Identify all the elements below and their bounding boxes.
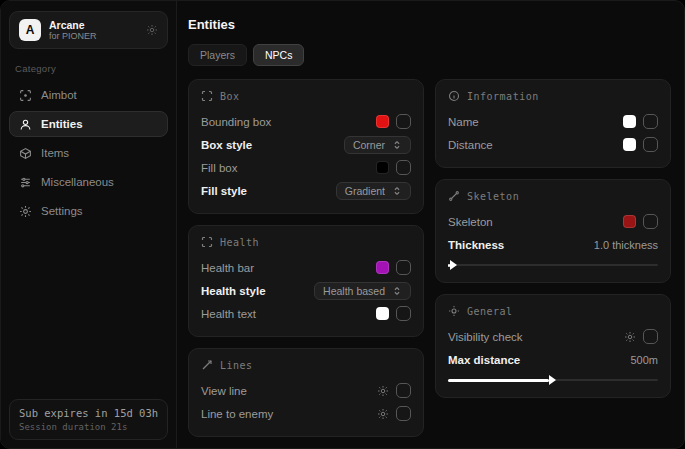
color-swatch[interactable] (623, 215, 636, 228)
setting-row: Bounding box (201, 111, 411, 132)
checkbox[interactable] (396, 406, 411, 421)
sidebar: A Arcane for PIONER Category Aimbot (1, 1, 177, 448)
setting-row: Fill style Gradient (201, 180, 411, 201)
setting-row: Health bar (201, 257, 411, 278)
box-style-dropdown[interactable]: Corner (344, 136, 411, 154)
setting-label: Distance (448, 139, 493, 151)
checkbox[interactable] (396, 160, 411, 175)
scan-brackets-icon (201, 90, 213, 102)
setting-row: Health style Health based (201, 280, 411, 301)
unfold-icon (392, 286, 402, 296)
health-style-dropdown[interactable]: Health based (314, 282, 411, 300)
setting-label: Box style (201, 139, 252, 151)
gear-icon (18, 204, 32, 218)
setting-row: Line to enemy (201, 403, 411, 424)
card-title: Information (467, 91, 539, 102)
slider-thumb[interactable] (450, 260, 457, 270)
max-distance-slider[interactable] (448, 375, 658, 385)
app-window: A Arcane for PIONER Category Aimbot (0, 0, 685, 449)
slider-value: 1.0 thickness (594, 239, 658, 251)
checkbox[interactable] (643, 137, 658, 152)
checkbox[interactable] (396, 260, 411, 275)
bone-icon (448, 190, 460, 202)
slider-value: 500m (630, 354, 658, 366)
tab-npcs[interactable]: NPCs (253, 44, 304, 66)
setting-label: Fill style (201, 185, 247, 197)
card-box: Box Bounding box Box style Corner (188, 79, 424, 214)
setting-row: Box style Corner (201, 134, 411, 155)
gear-icon[interactable] (377, 408, 389, 420)
sidebar-item-label: Aimbot (41, 89, 77, 101)
card-lines: Lines View line Line to enemy (188, 348, 424, 437)
fill-style-dropdown[interactable]: Gradient (336, 182, 411, 200)
app-title: Arcane (49, 19, 138, 31)
setting-label: Thickness (448, 239, 504, 251)
thickness-slider[interactable] (448, 260, 658, 270)
card-health: Health Health bar Health style Health ba… (188, 225, 424, 337)
sidebar-item-label: Miscellaneous (41, 176, 114, 188)
setting-row: Fill box (201, 157, 411, 178)
sidebar-item-settings[interactable]: Settings (9, 198, 168, 224)
color-swatch[interactable] (376, 261, 389, 274)
color-swatch[interactable] (376, 115, 389, 128)
unfold-icon (392, 186, 402, 196)
gear-icon[interactable] (146, 24, 158, 36)
card-skeleton: Skeleton Skeleton Thickness 1.0 thicknes… (435, 179, 671, 283)
checkbox[interactable] (396, 306, 411, 321)
sliders-icon (18, 175, 32, 189)
setting-row: Distance (448, 134, 658, 155)
setting-row: Visibility check (448, 326, 658, 347)
setting-label: Health text (201, 308, 256, 320)
checkbox[interactable] (643, 329, 658, 344)
checkbox[interactable] (643, 214, 658, 229)
tab-players[interactable]: Players (188, 44, 247, 66)
color-swatch[interactable] (623, 115, 636, 128)
category-label: Category (15, 63, 162, 74)
app-logo: A (19, 19, 41, 41)
setting-label: Health style (201, 285, 266, 297)
entities-icon (18, 117, 32, 131)
sidebar-nav: Aimbot Entities Items Miscellaneous (9, 82, 168, 224)
setting-label: View line (201, 385, 247, 397)
sidebar-item-items[interactable]: Items (9, 140, 168, 166)
sidebar-item-entities[interactable]: Entities (9, 111, 168, 137)
dropdown-value: Gradient (345, 185, 385, 197)
setting-label: Health bar (201, 262, 254, 274)
gear-icon[interactable] (377, 385, 389, 397)
card-general: General Visibility check Max distance (435, 294, 671, 398)
card-title: Skeleton (467, 191, 519, 202)
dropdown-value: Corner (353, 139, 385, 151)
package-icon (18, 146, 32, 160)
card-title: Box (220, 91, 240, 102)
checkbox[interactable] (396, 114, 411, 129)
slider-thumb[interactable] (549, 375, 556, 385)
setting-row: Max distance 500m (448, 349, 658, 370)
setting-row: Health text (201, 303, 411, 324)
gear-icon[interactable] (624, 331, 636, 343)
setting-row: Name (448, 111, 658, 132)
info-icon (448, 90, 460, 102)
setting-row: Thickness 1.0 thickness (448, 234, 658, 255)
sidebar-item-label: Items (41, 147, 69, 159)
pencil-line-icon (201, 359, 213, 371)
main-panel: Entities Players NPCs Box Bounding box (177, 1, 684, 448)
setting-label: Name (448, 116, 479, 128)
color-swatch[interactable] (376, 307, 389, 320)
setting-label: Skeleton (448, 216, 493, 228)
scan-brackets-icon (201, 236, 213, 248)
sub-expires-text: Sub expires in 15d 03h (19, 407, 158, 419)
checkbox[interactable] (643, 114, 658, 129)
sidebar-item-label: Settings (41, 205, 83, 217)
sidebar-item-aimbot[interactable]: Aimbot (9, 82, 168, 108)
color-swatch[interactable] (376, 161, 389, 174)
page-title: Entities (188, 17, 671, 32)
setting-row: Skeleton (448, 211, 658, 232)
card-title: Health (220, 237, 259, 248)
crosshair-icon (18, 88, 32, 102)
checkbox[interactable] (396, 383, 411, 398)
unfold-icon (392, 140, 402, 150)
color-swatch[interactable] (623, 138, 636, 151)
sidebar-item-miscellaneous[interactable]: Miscellaneous (9, 169, 168, 195)
sidebar-item-label: Entities (41, 118, 83, 130)
setting-row: View line (201, 380, 411, 401)
